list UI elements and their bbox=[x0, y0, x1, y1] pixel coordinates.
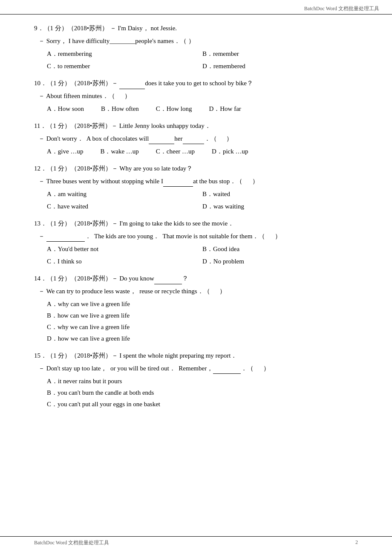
q11-option-b: B．wake …up bbox=[100, 146, 143, 157]
q9-option-c: C．to remember bbox=[47, 61, 202, 72]
footer: BatchDoc Word 文档批量处理工具 2 bbox=[0, 536, 392, 546]
q12-option-d: D．was waiting bbox=[202, 201, 358, 212]
q13-option-d: D．No problem bbox=[202, 256, 358, 267]
q15-options: A．it never rains but it pours B．you can'… bbox=[47, 376, 358, 410]
q11-option-d: D．pick …up bbox=[212, 146, 252, 157]
question-10: 10．（1 分）（2018•苏州）－ does it take you to g… bbox=[34, 78, 358, 115]
q12-option-a: A．am waiting bbox=[47, 188, 202, 200]
footer-right: 2 bbox=[355, 539, 358, 546]
q15-option-b: B．you can't burn the candle at both ends bbox=[47, 387, 358, 399]
q14-stem: 14．（1 分）（2018•苏州）－ Do you know？ bbox=[34, 273, 358, 284]
q11-options: A．give …up B．wake …up C．cheer …up D．pick… bbox=[47, 146, 358, 157]
q13-option-c: C．I think so bbox=[47, 256, 202, 267]
q10-option-d: D．How far bbox=[209, 103, 245, 115]
q15-option-c: C．you can't put all your eggs in one bas… bbox=[47, 399, 358, 410]
question-14: 14．（1 分）（2018•苏州）－ Do you know？ － We can… bbox=[34, 273, 358, 344]
q10-stem: 10．（1 分）（2018•苏州）－ does it take you to g… bbox=[34, 78, 358, 89]
q9-stem: 9．（1 分）（2018•苏州） － I'm Daisy， not Jessie… bbox=[34, 23, 358, 34]
q13-dialog: － ． The kids are too young． That movie i… bbox=[34, 231, 358, 242]
q14-option-c: C．why we can live a green life bbox=[47, 321, 358, 333]
q9-option-a: A．remembering bbox=[47, 48, 202, 60]
q13-options: A．You'd better not B．Good idea C．I think… bbox=[47, 243, 358, 267]
question-9: 9．（1 分）（2018•苏州） － I'm Daisy， not Jessie… bbox=[34, 23, 358, 72]
q14-option-d: D．how we can live a green life bbox=[47, 333, 358, 344]
q10-option-b: B．How often bbox=[101, 103, 143, 115]
q13-stem: 13．（1 分）（2018•苏州）－ I'm going to take the… bbox=[34, 218, 358, 229]
q14-dialog: － We can try to produce less waste， reus… bbox=[34, 286, 358, 297]
q11-option-a: A．give …up bbox=[47, 146, 87, 157]
q10-dialog: － About fifteen minutes．（ ） bbox=[34, 91, 358, 102]
q10-option-c: C．How long bbox=[156, 103, 196, 115]
q15-stem: 15．（1 分）（2018•苏州）－ I spent the whole nig… bbox=[34, 350, 358, 361]
q10-option-a: A．How soon bbox=[47, 103, 88, 115]
q9-option-d: D．remembered bbox=[202, 61, 358, 72]
question-15: 15．（1 分）（2018•苏州）－ I spent the whole nig… bbox=[34, 350, 358, 410]
q12-option-c: C．have waited bbox=[47, 201, 202, 212]
q10-options: A．How soon B．How often C．How long D．How … bbox=[47, 103, 358, 115]
q15-dialog: － Don't stay up too late， or you will be… bbox=[34, 363, 358, 374]
q12-dialog: － Three buses went by without stopping w… bbox=[34, 176, 358, 187]
q14-option-b: B．how can we live a green life bbox=[47, 310, 358, 321]
q14-options: A．why can we live a green life B．how can… bbox=[47, 298, 358, 344]
q12-option-b: B．waited bbox=[202, 188, 358, 200]
q12-stem: 12．（1 分）（2018•苏州）－ Why are you so late t… bbox=[34, 163, 358, 174]
q15-option-a: A．it never rains but it pours bbox=[47, 376, 358, 387]
q13-option-a: A．You'd better not bbox=[47, 243, 202, 255]
header-watermark: BatchDoc Word 文档批量处理工具 bbox=[0, 0, 392, 14]
q11-dialog: － Don't worry． A box of chocolates willh… bbox=[34, 133, 358, 145]
q14-option-a: A．why can we live a green life bbox=[47, 298, 358, 310]
footer-left: BatchDoc Word 文档批量处理工具 bbox=[34, 539, 109, 546]
content-area: 9．（1 分）（2018•苏州） － I'm Daisy， not Jessie… bbox=[0, 19, 392, 442]
q11-stem: 11．（1 分）（2018•苏州）－ Little Jenny looks un… bbox=[34, 121, 358, 132]
question-13: 13．（1 分）（2018•苏州）－ I'm going to take the… bbox=[34, 218, 358, 267]
question-11: 11．（1 分）（2018•苏州）－ Little Jenny looks un… bbox=[34, 121, 358, 157]
question-12: 12．（1 分）（2018•苏州）－ Why are you so late t… bbox=[34, 163, 358, 212]
q9-option-b: B．remember bbox=[202, 48, 358, 60]
q11-option-c: C．cheer …up bbox=[156, 146, 199, 157]
q13-option-b: B．Good idea bbox=[202, 243, 358, 255]
q12-options: A．am waiting B．waited C．have waited D．wa… bbox=[47, 188, 358, 212]
q9-options: A．remembering B．remember C．to remember D… bbox=[47, 48, 358, 72]
q9-dialog: － Sorry， I have difficulty________people… bbox=[34, 36, 358, 47]
